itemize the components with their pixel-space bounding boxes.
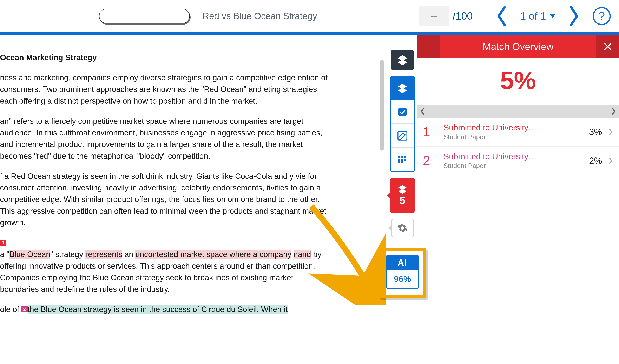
doc-paragraph: f a Red Ocean strategy is seen in the so… bbox=[0, 170, 328, 228]
next-page-button[interactable] bbox=[568, 6, 580, 26]
close-panel-button[interactable] bbox=[596, 35, 619, 58]
doc-heading: Ocean Marketing Strategy bbox=[0, 53, 97, 62]
scrollbar[interactable] bbox=[380, 60, 384, 151]
chevron-right-icon bbox=[608, 128, 613, 136]
tool-rail: 5 AI 96% bbox=[388, 35, 417, 364]
layers-icon bbox=[397, 83, 408, 94]
grade-max-label: /100 bbox=[453, 10, 473, 22]
ai-indicator-callout: AI 96% bbox=[379, 248, 426, 298]
svg-rect-8 bbox=[398, 162, 400, 163]
similarity-value: 5 bbox=[400, 194, 406, 206]
svg-rect-7 bbox=[404, 159, 406, 161]
svg-rect-2 bbox=[398, 156, 400, 158]
document-title: Red vs Blue Ocean Strategy bbox=[203, 11, 317, 21]
layers-icon bbox=[397, 184, 407, 194]
panel-header-spacer bbox=[417, 35, 440, 58]
doc-paragraph: an" refers to a fiercely competitive mar… bbox=[0, 115, 328, 162]
match-nav-row bbox=[417, 105, 619, 118]
chevron-left-icon bbox=[420, 107, 426, 116]
similarity-button[interactable]: 5 bbox=[390, 178, 415, 213]
view-group bbox=[390, 76, 415, 172]
grid-button[interactable] bbox=[391, 148, 414, 172]
match-list: 1 Submitted to University… Student Paper… bbox=[417, 118, 619, 175]
student-name-pill[interactable] bbox=[99, 9, 190, 24]
match-number: 1 bbox=[423, 124, 439, 140]
doc-paragraph: 1 a "Blue Ocean" strategy represents an … bbox=[0, 237, 328, 295]
highlight[interactable]: the Blue Ocean strategy is seen in the s… bbox=[28, 305, 288, 314]
divider bbox=[196, 9, 196, 23]
highlight[interactable]: nand bbox=[294, 250, 311, 259]
match-badge-1[interactable]: 1 bbox=[0, 240, 6, 246]
ai-percentage: 96% bbox=[387, 270, 418, 288]
layers-icon bbox=[397, 54, 408, 66]
page-label-text: 1 of 1 bbox=[520, 10, 546, 22]
edit-button[interactable] bbox=[391, 124, 414, 148]
ai-label: AI bbox=[387, 256, 418, 270]
layers-button[interactable] bbox=[391, 50, 414, 70]
prev-match-button[interactable] bbox=[420, 107, 426, 116]
match-source-type: Student Paper bbox=[443, 133, 589, 141]
svg-rect-9 bbox=[401, 162, 403, 163]
grade-input[interactable] bbox=[419, 6, 449, 26]
gear-icon bbox=[397, 223, 408, 233]
match-percentage: 3% bbox=[589, 127, 602, 137]
doc-paragraph: ole of 2the Blue Ocean strategy is seen … bbox=[0, 304, 328, 315]
settings-button[interactable] bbox=[391, 219, 414, 237]
doc-paragraph: ness and marketing, companies employ div… bbox=[0, 72, 328, 107]
chevron-right-icon bbox=[610, 107, 617, 116]
match-overview-panel: Match Overview 5% 1 Submitted to Univers… bbox=[417, 35, 619, 364]
highlight[interactable]: Blue Ocean bbox=[9, 250, 50, 259]
svg-rect-6 bbox=[401, 159, 403, 161]
match-badge-2[interactable]: 2 bbox=[21, 306, 28, 312]
caret-down-icon bbox=[550, 14, 555, 18]
top-bar: Red vs Blue Ocean Strategy /100 1 of 1 ? bbox=[0, 0, 619, 32]
match-item[interactable]: 2 Submitted to University… Student Paper… bbox=[417, 147, 619, 175]
svg-rect-4 bbox=[404, 156, 406, 158]
chevron-right-icon bbox=[608, 156, 613, 165]
ai-indicator-button[interactable]: AI 96% bbox=[386, 255, 419, 289]
match-percentage: 2% bbox=[589, 156, 602, 166]
pencil-square-icon bbox=[397, 130, 408, 141]
check-icon bbox=[397, 107, 407, 117]
flag-button[interactable] bbox=[391, 100, 414, 124]
match-source-title: Submitted to University… bbox=[443, 123, 589, 132]
svg-rect-5 bbox=[398, 159, 400, 161]
help-button[interactable]: ? bbox=[593, 7, 611, 25]
svg-rect-3 bbox=[401, 156, 403, 158]
next-match-button[interactable] bbox=[610, 107, 617, 116]
grid-icon bbox=[397, 155, 407, 165]
prev-page-button[interactable] bbox=[495, 6, 508, 26]
document-viewer: Ocean Marketing Strategy ness and market… bbox=[0, 35, 388, 364]
page-indicator[interactable]: 1 of 1 bbox=[520, 10, 555, 22]
match-number: 2 bbox=[423, 153, 439, 168]
match-source-type: Student Paper bbox=[443, 162, 589, 170]
highlight[interactable]: represents bbox=[85, 250, 123, 259]
panel-title: Match Overview bbox=[440, 35, 596, 58]
overview-layers-button[interactable] bbox=[391, 77, 414, 100]
match-source-title: Submitted to University… bbox=[443, 152, 589, 161]
highlight[interactable]: uncontested market space where a company bbox=[135, 250, 291, 259]
close-icon bbox=[603, 42, 612, 51]
match-item[interactable]: 1 Submitted to University… Student Paper… bbox=[417, 118, 619, 147]
overall-similarity: 5% bbox=[417, 58, 619, 105]
accent-strip bbox=[0, 32, 619, 35]
